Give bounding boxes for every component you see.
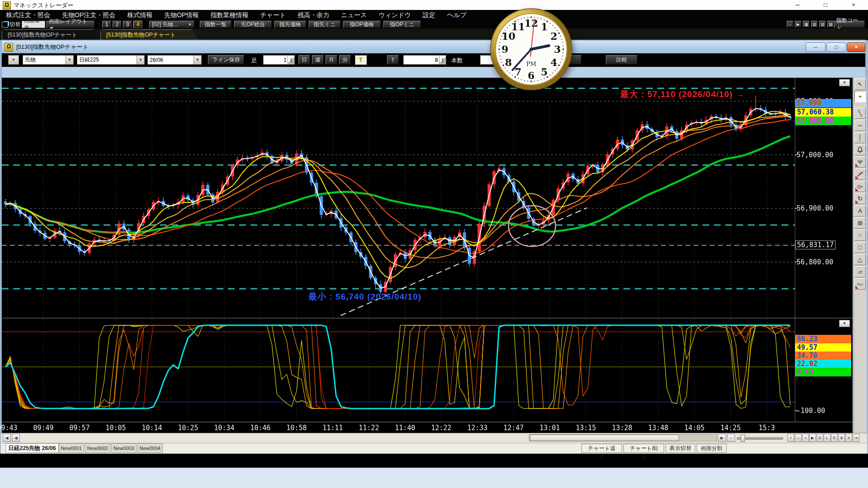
swap-icon[interactable]: ↔	[787, 21, 793, 28]
triangle-tool[interactable]: △	[854, 254, 866, 265]
menu-item[interactable]: 先物OP情報	[158, 10, 204, 20]
scroll-left-button[interactable]: ◀	[12, 434, 20, 442]
save-lines-button[interactable]: ライン保存	[208, 55, 244, 65]
tick-interval-spinner[interactable]: 8▲▼	[403, 55, 446, 65]
menu-item[interactable]: 設定	[417, 10, 441, 20]
sheet-tab-active[interactable]: 日経225先物 26/06	[5, 443, 59, 453]
price-chart-canvas[interactable]	[2, 78, 853, 433]
period-button-3[interactable]: 月	[326, 55, 337, 65]
chart-nav-button-+[interactable]: +	[788, 434, 794, 442]
horizontal-line-tool[interactable]: ─	[854, 120, 866, 131]
chart-maximize-button[interactable]: □	[826, 42, 846, 52]
crosshair-tool[interactable]: +	[854, 91, 866, 102]
text-tool[interactable]: A	[854, 205, 866, 216]
bar-interval-spinner[interactable]: 1▲▼	[263, 55, 295, 65]
vertical-line-tool[interactable]: │	[854, 132, 866, 143]
switch-button[interactable]: 切替	[2, 21, 20, 28]
menu-item[interactable]: ウィンドウ	[373, 10, 417, 20]
index-code-button[interactable]: 指数コード	[834, 21, 865, 28]
chart-nav-button-D[interactable]: D	[816, 434, 823, 442]
text-eraser-tool[interactable]: A▱	[854, 278, 866, 290]
tick-mode-button-active[interactable]: T	[355, 55, 367, 65]
quick-button[interactable]: 指数一覧	[200, 21, 231, 28]
app-maximize-button[interactable]: □	[815, 0, 836, 10]
chart-action-button[interactable]: チャート削除	[623, 444, 664, 453]
chart-action-button[interactable]: 表示切替	[665, 444, 695, 453]
chart-minimize-button[interactable]: ─	[806, 42, 826, 52]
fan-lines-tool[interactable]: Ψ	[854, 156, 866, 168]
sheet-tab[interactable]: New0002	[85, 443, 110, 453]
chart-close-button[interactable]: ×	[847, 42, 865, 52]
quick-button[interactable]: 指OP価格	[343, 21, 381, 28]
menu-item[interactable]: チャート	[254, 10, 292, 20]
grid-tool[interactable]: ⊞	[854, 217, 866, 229]
chart-nav-button-L[interactable]: L	[824, 434, 830, 442]
period-button-1[interactable]: 日	[298, 55, 310, 65]
workspace-tab[interactable]: [5130]指数先物OPチャート	[2, 29, 100, 40]
symbol-dropdown[interactable]: 日経225▼	[77, 55, 145, 65]
page-button-3[interactable]: 3	[123, 21, 132, 28]
chart-nav-button-R[interactable]: R	[831, 434, 838, 442]
quick-button[interactable]: 指先ミニ	[309, 21, 340, 28]
rectangle-tool[interactable]: □	[854, 242, 866, 253]
toolbar-right-icons: ↔▶▦▤▥▧	[787, 21, 834, 28]
quick-button[interactable]: 指先価格	[274, 21, 306, 28]
regression-line-tool[interactable]	[854, 169, 866, 180]
trend-line-tool[interactable]: ╲	[854, 108, 866, 119]
sheet-tab[interactable]: New0003	[111, 443, 137, 453]
play-icon[interactable]: ▶	[795, 21, 802, 28]
quick-button[interactable]: 指OPミニ	[383, 21, 421, 28]
grid-icon[interactable]: ▦	[803, 21, 810, 28]
scrollbar-thumb[interactable]	[530, 435, 679, 441]
chart-nav-button-↔[interactable]: ↔	[795, 434, 802, 442]
menu-item[interactable]: 株式情報	[121, 10, 158, 20]
page-button-4[interactable]: 4	[133, 21, 142, 28]
scroll-left-button[interactable]: ◀	[3, 434, 11, 442]
page-button-2[interactable]: 2	[113, 21, 122, 28]
page-button-1[interactable]: 1	[102, 21, 111, 28]
eraser-tool[interactable]: ▱	[854, 266, 866, 277]
mini-dropdown[interactable]: ▼	[8, 55, 19, 65]
zoom-slider-thumb[interactable]	[741, 435, 745, 442]
workspace-tab-active[interactable]: [5130]指数先物OPチャート	[100, 29, 199, 40]
cells-icon[interactable]: ▧	[827, 21, 834, 28]
cycle-lines-tool[interactable]: ↻	[854, 193, 866, 204]
alert-bell-tool[interactable]	[854, 144, 866, 155]
screen-number-button[interactable]: 画面番号	[22, 21, 45, 28]
contract-month-dropdown[interactable]: 26/06▼	[147, 55, 202, 65]
chart-nav-button-▪[interactable]: ▪	[802, 434, 809, 442]
quick-button[interactable]: 先OP総合	[234, 21, 272, 28]
menu-item[interactable]: 残高・余力	[292, 10, 335, 20]
period-button-4[interactable]: 分	[339, 55, 351, 65]
menu-item[interactable]: 指数業種情報	[204, 10, 254, 20]
period-button-2[interactable]: 週	[312, 55, 324, 65]
chart-action-button[interactable]: チャート追加	[581, 444, 622, 453]
chart-nav-button-X[interactable]: X	[845, 434, 852, 442]
menu-item[interactable]: ヘルプ	[441, 10, 472, 20]
time-tick-label: 14:05	[680, 424, 709, 432]
compare-button[interactable]: 比較	[606, 55, 637, 65]
quote-note-tool[interactable]: Q≡	[854, 181, 866, 192]
columns-icon[interactable]: ▥	[819, 21, 826, 28]
chart-action-button[interactable]: 画面分割	[697, 444, 726, 453]
sheet-tab[interactable]: New0004	[137, 443, 163, 453]
cursor-tool[interactable]: ↖	[854, 79, 866, 90]
chart-window-title-bar[interactable]: Ω [5130]指数先物OPチャート	[2, 41, 865, 53]
chart-nav-button-⇥[interactable]: ⇥	[853, 434, 859, 442]
chart-nav-button-⊕[interactable]: ⊕	[838, 434, 845, 442]
preset-dropdown[interactable]: [02] 先物...▼	[149, 21, 194, 28]
ellipse-tool[interactable]: ○	[854, 230, 866, 241]
tick-mode-button[interactable]: T	[387, 55, 399, 65]
instrument-type-dropdown[interactable]: 先物▼	[23, 55, 74, 65]
chart-nav-button-▶[interactable]: ▶	[809, 434, 816, 442]
menu-item[interactable]: ニュース	[335, 10, 373, 20]
screen-layout-dropdown[interactable]: 画面レイアウト ▼	[47, 21, 94, 28]
rows-icon[interactable]: ▤	[811, 21, 818, 28]
app-close-button[interactable]: ×	[843, 0, 864, 10]
scroll-right-button[interactable]: ▶	[718, 434, 726, 442]
oscillator-pane-collapse-button[interactable]: ▼	[839, 320, 850, 327]
sheet-tab[interactable]: New0001	[59, 443, 84, 453]
app-minimize-button[interactable]: ─	[787, 0, 808, 10]
zoom-out-button[interactable]: −	[727, 434, 735, 442]
price-pane-collapse-button[interactable]: ▼	[839, 79, 850, 86]
